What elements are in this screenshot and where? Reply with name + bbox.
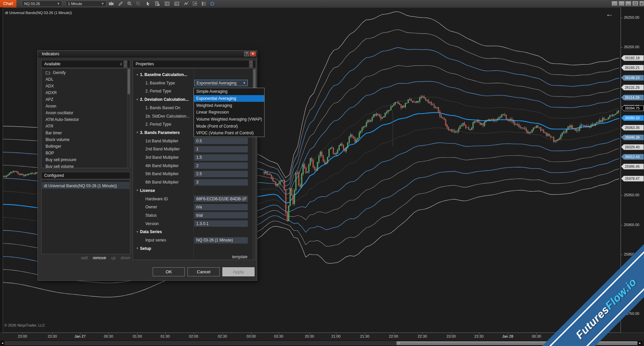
close-button[interactable]: ✕: [639, 1, 644, 6]
close-button[interactable]: ✕: [250, 52, 256, 56]
collapse-arrow-icon[interactable]: ▼: [136, 189, 140, 192]
available-item[interactable]: Bollinger: [42, 143, 130, 150]
property-value-input[interactable]: n/a: [194, 204, 248, 210]
chart-tab[interactable]: Chart: [0, 0, 16, 7]
chart-window-icon[interactable]: [173, 1, 181, 7]
property-row[interactable]: 2nd Band Multiplier1: [133, 145, 252, 153]
candlestick-chart-icon[interactable]: [108, 1, 115, 7]
available-item[interactable]: BOP: [42, 150, 130, 156]
connection-icon[interactable]: [209, 1, 216, 7]
property-value-input[interactable]: 0.5: [194, 138, 248, 144]
info-icon[interactable]: i: [120, 61, 122, 67]
time-axis[interactable]: 23:0023:30Jan 2700:3001:0001:3002:0002:3…: [0, 333, 644, 340]
property-row[interactable]: 1. Baseline TypeExponential Averaging▼: [133, 79, 252, 87]
property-value-input[interactable]: 1.5: [194, 154, 248, 161]
property-value-input[interactable]: 2.5: [194, 171, 248, 177]
collapse-arrow-icon[interactable]: ▼: [136, 230, 140, 233]
list-icon[interactable]: [200, 1, 208, 7]
cursor-icon[interactable]: [144, 1, 152, 7]
configured-list[interactable]: dt Universal Bands(NQ 03-26 (1 Minute)): [41, 179, 130, 254]
dialog-titlebar[interactable]: Indicators ? ✕: [38, 51, 257, 57]
down-link[interactable]: down: [121, 256, 130, 260]
zoom-out-icon[interactable]: [135, 1, 142, 7]
property-value-input[interactable]: trial: [194, 212, 248, 218]
dropdown-option[interactable]: Simple Averaging: [194, 88, 264, 95]
property-row[interactable]: 6th Band Multiplier3: [133, 178, 252, 186]
available-item[interactable]: Buy sell pressure: [42, 156, 130, 163]
property-group[interactable]: ▼Data Series: [133, 228, 252, 236]
property-row[interactable]: Version1.3.0.1: [133, 220, 252, 228]
available-item[interactable]: ATR: [42, 123, 130, 130]
available-scrollbar[interactable]: [127, 69, 130, 167]
blank-1-button[interactable]: [612, 1, 618, 6]
zigzag-icon[interactable]: [183, 1, 190, 7]
dropdown-option[interactable]: Volume Weighted Averaging (VWAP): [194, 116, 264, 123]
property-row[interactable]: Input seriesNQ 03-26 (1 Minute): [133, 236, 252, 244]
available-item[interactable]: Bar timer: [42, 130, 130, 136]
cancel-button[interactable]: Cancel: [188, 267, 220, 276]
property-value-input[interactable]: NQ 03-26 (1 Minute): [194, 237, 248, 244]
property-row[interactable]: 4th Band Multiplier2: [133, 162, 252, 170]
baseline-type-dropdown[interactable]: Simple AveragingExponential AveragingWei…: [194, 88, 265, 137]
available-item[interactable]: Gemify: [42, 69, 130, 76]
up-link[interactable]: up: [111, 256, 116, 260]
available-item[interactable]: ADL: [42, 76, 130, 83]
property-group[interactable]: ▼Setup: [133, 245, 252, 253]
ok-button[interactable]: OK: [153, 267, 185, 276]
property-group[interactable]: ▼1. Baseline Calculation...: [133, 71, 252, 79]
property-row[interactable]: 3rd Band Multiplier1.5: [133, 153, 252, 161]
scroll-left-button[interactable]: ◄: [0, 341, 4, 345]
available-list[interactable]: GemifyADLADXADXRAPZAroonAroon oscillator…: [41, 68, 130, 168]
available-item[interactable]: Aroon: [42, 103, 130, 110]
property-row[interactable]: Ownern/a: [133, 203, 252, 211]
available-item[interactable]: ADXR: [42, 89, 130, 96]
pencil-icon[interactable]: [117, 1, 124, 7]
dropdown-option[interactable]: Mode (Point of Control): [194, 123, 264, 130]
interval-selector[interactable]: 1 Minute ▼: [66, 1, 106, 7]
blank-2-button[interactable]: [619, 1, 625, 6]
property-row[interactable]: 1st Band Multiplier0.5: [133, 137, 252, 145]
available-spinner[interactable]: ▲▼: [124, 61, 127, 67]
scroll-right-button[interactable]: ►: [638, 341, 642, 345]
template-link[interactable]: template: [232, 255, 247, 259]
available-item[interactable]: ADX: [42, 83, 130, 89]
available-item[interactable]: APZ: [42, 96, 130, 103]
panel-left-icon[interactable]: [163, 1, 171, 7]
property-row[interactable]: 5th Band Multiplier2.5: [133, 170, 252, 178]
instrument-selector[interactable]: NQ 03-26 ▼: [22, 1, 62, 7]
property-value-input[interactable]: 1: [194, 146, 248, 152]
add-link[interactable]: add: [81, 256, 88, 260]
property-value-input[interactable]: 3: [194, 179, 248, 186]
scrollbar-thumb[interactable]: [397, 341, 637, 345]
available-item[interactable]: Buy sell volume: [42, 163, 130, 168]
help-button[interactable]: ?: [244, 52, 249, 56]
apply-button[interactable]: Apply: [222, 267, 255, 276]
dropdown-option[interactable]: VPOC (Volume Point of Control): [194, 130, 264, 137]
properties-spinner[interactable]: ▲▼: [249, 61, 253, 67]
property-group[interactable]: ▼License: [133, 187, 252, 195]
collapse-arrow-icon[interactable]: ▼: [136, 98, 140, 101]
property-row[interactable]: Hardware ID68F6-ECD6-D10E-B4DB-1F: [133, 195, 252, 203]
zoom-in-icon[interactable]: [126, 1, 133, 7]
collapse-arrow-icon[interactable]: ▼: [136, 73, 140, 76]
dropdown-option[interactable]: Exponential Averaging: [194, 95, 264, 102]
available-item[interactable]: Block volume: [42, 136, 130, 143]
template-grid-icon[interactable]: [191, 1, 199, 7]
collapse-arrow-icon[interactable]: ▼: [136, 247, 140, 250]
minimize-button[interactable]: —: [625, 1, 631, 6]
remove-link[interactable]: remove: [93, 256, 106, 260]
baseline-type-combo[interactable]: Exponential Averaging▼: [194, 80, 248, 86]
restore-button[interactable]: ❐: [632, 1, 638, 6]
available-item[interactable]: ATM Auto-Selector: [42, 116, 130, 123]
back-arrow-icon[interactable]: ←: [606, 10, 613, 18]
property-value-input[interactable]: 1.3.0.1: [194, 220, 248, 227]
collapse-arrow-icon[interactable]: ▼: [136, 131, 140, 134]
data-box-icon[interactable]: [154, 1, 161, 7]
property-value-input[interactable]: 68F6-ECD6-D10E-B4DB-1F: [194, 196, 248, 202]
dropdown-option[interactable]: Linear Regression: [194, 109, 264, 116]
dropdown-option[interactable]: Weighted Averaging: [194, 102, 264, 109]
configured-item[interactable]: dt Universal Bands(NQ 03-26 (1 Minute)): [42, 182, 130, 189]
property-value-input[interactable]: 2: [194, 162, 248, 169]
available-item[interactable]: Aroon oscillator: [42, 110, 130, 116]
property-row[interactable]: Statustrial: [133, 211, 252, 219]
